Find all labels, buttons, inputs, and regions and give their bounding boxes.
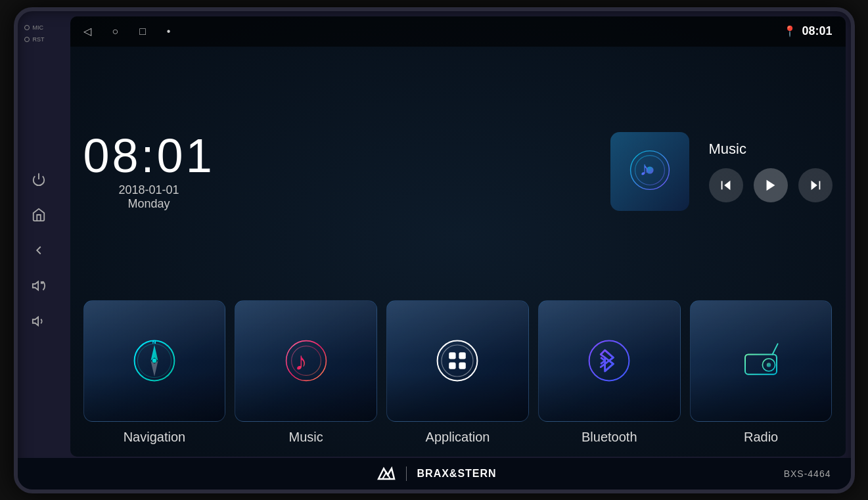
left-button-panel [27,168,51,333]
next-button[interactable] [798,168,833,202]
main-screen: ◁ ○ □ • 📍 08:01 08:01 2018-01-01 Monday [70,16,846,457]
model-number: BXS-4464 [784,468,831,479]
svg-rect-30 [745,354,777,374]
back-nav-button[interactable]: ◁ [83,25,91,37]
playback-buttons [709,168,833,202]
play-button[interactable] [754,168,788,202]
app-tile-application[interactable] [386,300,529,422]
svg-point-36 [767,363,771,367]
main-content: 08:01 2018-01-01 Monday [70,47,846,457]
app-grid: N N [83,300,833,450]
top-time: 08:01 [802,24,832,38]
album-art[interactable]: ♪ [610,132,689,211]
app-label-radio: Radio [744,430,778,445]
svg-rect-26 [459,362,466,369]
svg-rect-24 [459,352,466,359]
app-item-radio[interactable]: Radio [690,300,833,445]
svg-text:N: N [152,339,156,345]
app-tile-music[interactable]: ♪ [235,300,377,422]
music-title: Music [709,141,746,158]
power-button[interactable] [27,168,51,191]
vol-down-button[interactable] [27,309,51,333]
nav-buttons: ◁ ○ □ • [83,25,171,37]
clock-day: Monday [128,197,170,211]
mic-dot [24,25,30,30]
menu-nav-button[interactable]: • [167,26,171,37]
app-tile-navigation[interactable]: N [83,300,226,422]
back-button[interactable] [27,239,51,262]
app-item-bluetooth[interactable]: Bluetooth [538,300,681,445]
app-label-music: Music [289,430,323,445]
svg-point-5 [630,151,669,190]
top-right-area: 📍 08:01 [783,24,832,38]
brand-logo: BRAX&STERN [377,466,497,482]
music-app-icon: ♪ [280,334,332,387]
app-tile-bluetooth[interactable] [538,300,681,422]
app-item-navigation[interactable]: N N [83,300,226,445]
mic-label: MIC [24,24,45,31]
app-item-music[interactable]: ♪ Music [235,300,377,445]
brand-name: BRAX&STERN [417,468,497,480]
svg-marker-12 [811,181,817,191]
application-icon [431,334,484,387]
recent-nav-button[interactable]: □ [139,26,146,37]
svg-point-21 [438,341,478,381]
vol-up-button[interactable] [27,274,51,298]
svg-point-7 [646,166,653,173]
bottom-bar: BRAX&STERN BXS-4464 [18,458,851,489]
app-label-application: Application [426,430,490,445]
svg-line-31 [773,344,778,354]
clock-time: 08:01 [83,132,215,179]
home-nav-button[interactable]: ○ [112,26,119,37]
svg-marker-9 [724,181,730,191]
rst-label: RST [24,36,45,43]
device-frame: MIC RST [14,7,855,493]
svg-marker-11 [766,180,775,191]
app-label-navigation: Navigation [124,430,186,445]
music-player: ♪ [215,132,833,211]
home-button[interactable] [27,203,51,227]
svg-marker-1 [32,281,37,290]
location-icon: 📍 [783,25,796,37]
rst-text: RST [33,36,45,43]
svg-point-22 [442,345,473,376]
app-item-application[interactable]: Application [386,300,529,445]
app-label-bluetooth: Bluetooth [582,430,637,445]
svg-text:♪: ♪ [294,347,307,375]
top-bar: ◁ ○ □ • 📍 08:01 [70,16,846,47]
mic-rst-panel: MIC RST [24,24,45,43]
svg-rect-25 [449,362,456,369]
radio-icon [735,334,787,387]
music-controls: Music [709,141,833,202]
brand-separator [406,466,407,481]
clock-date: 2018-01-01 [119,183,179,197]
bluetooth-icon [583,334,635,387]
rst-dot [24,37,30,42]
svg-marker-4 [32,317,37,325]
album-note-icon: ♪ [627,147,673,196]
mic-text: MIC [33,24,44,31]
app-tile-radio[interactable] [690,300,833,422]
clock-section: 08:01 2018-01-01 Monday [83,132,215,211]
prev-button[interactable] [709,168,743,202]
svg-text:♪: ♪ [639,158,649,179]
svg-rect-23 [449,352,456,359]
svg-point-6 [635,156,664,185]
svg-point-17 [152,359,156,363]
upper-section: 08:01 2018-01-01 Monday [83,57,833,287]
navigation-icon: N [128,334,181,387]
